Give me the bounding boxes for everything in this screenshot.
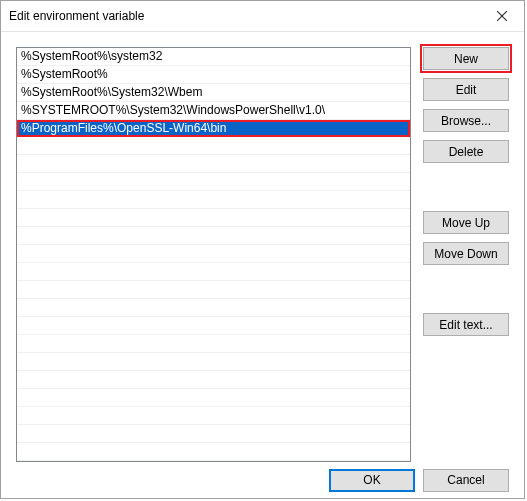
list-item[interactable]: %SystemRoot% [17,66,410,84]
button-spacer-2 [423,273,509,313]
close-icon [497,11,507,21]
list-item-blank[interactable] [17,353,410,371]
window-title: Edit environment variable [1,9,144,23]
button-spacer [423,171,509,211]
list-item-blank[interactable] [17,425,410,443]
list-item-blank[interactable] [17,317,410,335]
close-button[interactable] [479,1,524,31]
edit-text-button[interactable]: Edit text... [423,313,509,336]
list-item-blank[interactable] [17,281,410,299]
cancel-button[interactable]: Cancel [423,469,509,492]
dialog-footer: OK Cancel [1,462,524,498]
titlebar: Edit environment variable [1,1,524,32]
new-button[interactable]: New [423,47,509,70]
path-listbox[interactable]: %SystemRoot%\system32%SystemRoot%%System… [16,47,411,462]
list-item-blank[interactable] [17,371,410,389]
dialog-window: Edit environment variable %SystemRoot%\s… [0,0,525,499]
list-item-blank[interactable] [17,155,410,173]
list-inner: %SystemRoot%\system32%SystemRoot%%System… [17,48,410,461]
ok-button[interactable]: OK [329,469,415,492]
list-item-blank[interactable] [17,407,410,425]
delete-button[interactable]: Delete [423,140,509,163]
dialog-body: %SystemRoot%\system32%SystemRoot%%System… [1,32,524,462]
move-down-button[interactable]: Move Down [423,242,509,265]
list-item-blank[interactable] [17,263,410,281]
move-up-button[interactable]: Move Up [423,211,509,234]
edit-button[interactable]: Edit [423,78,509,101]
list-item[interactable]: %ProgramFiles%\OpenSSL-Win64\bin [17,120,410,137]
list-item[interactable]: %SystemRoot%\System32\Wbem [17,84,410,102]
list-item-blank[interactable] [17,191,410,209]
list-item-blank[interactable] [17,173,410,191]
list-item[interactable]: %SYSTEMROOT%\System32\WindowsPowerShell\… [17,102,410,120]
list-item-blank[interactable] [17,209,410,227]
list-item-blank[interactable] [17,335,410,353]
list-item-blank[interactable] [17,137,410,155]
list-item[interactable]: %SystemRoot%\system32 [17,48,410,66]
list-item-blank[interactable] [17,299,410,317]
list-item-blank[interactable] [17,245,410,263]
list-item-blank[interactable] [17,389,410,407]
side-button-column: New Edit Browse... Delete Move Up Move D… [423,47,509,462]
list-item-blank[interactable] [17,227,410,245]
browse-button[interactable]: Browse... [423,109,509,132]
list-item-blank[interactable] [17,443,410,461]
